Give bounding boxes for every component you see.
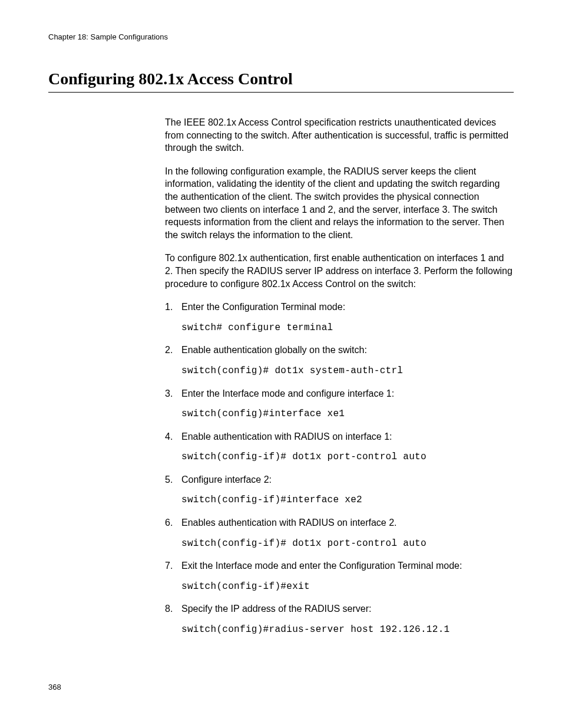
step-number: 2. bbox=[165, 344, 181, 357]
command-line: switch(config)#interface xe1 bbox=[181, 408, 514, 421]
command-line: switch(config)#radius-server host 192.12… bbox=[181, 624, 514, 637]
step-text: Configure interface 2: bbox=[181, 473, 514, 486]
section-title: Configuring 802.1x Access Control bbox=[48, 70, 514, 93]
step-text: Enter the Configuration Terminal mode: bbox=[181, 301, 514, 314]
step-row: 5. Configure interface 2: bbox=[165, 473, 514, 486]
step-row: 4. Enable authentication with RADIUS on … bbox=[165, 430, 514, 443]
step-text: Exit the Interface mode and enter the Co… bbox=[181, 559, 514, 572]
command-line: switch# configure terminal bbox=[181, 322, 514, 335]
step-row: 1. Enter the Configuration Terminal mode… bbox=[165, 301, 514, 314]
step-text: Enable authentication with RADIUS on int… bbox=[181, 430, 514, 443]
step-text: Enable authentication globally on the sw… bbox=[181, 344, 514, 357]
step-number: 5. bbox=[165, 473, 181, 486]
chapter-header: Chapter 18: Sample Configurations bbox=[48, 32, 514, 41]
command-line: switch(config-if)# dot1x port-control au… bbox=[181, 538, 514, 551]
paragraph-3: To configure 802.1x authentication, firs… bbox=[165, 252, 514, 290]
step-row: 6. Enables authentication with RADIUS on… bbox=[165, 516, 514, 529]
step-row: 2. Enable authentication globally on the… bbox=[165, 344, 514, 357]
step-number: 4. bbox=[165, 430, 181, 443]
step-number: 1. bbox=[165, 301, 181, 314]
step-row: 7. Exit the Interface mode and enter the… bbox=[165, 559, 514, 572]
command-line: switch(config-if)#exit bbox=[181, 581, 514, 594]
step-text: Specify the IP address of the RADIUS ser… bbox=[181, 602, 514, 615]
page-container: Chapter 18: Sample Configurations Config… bbox=[0, 0, 562, 728]
page-number: 368 bbox=[48, 683, 61, 691]
step-number: 3. bbox=[165, 387, 181, 400]
step-number: 8. bbox=[165, 602, 181, 615]
step-number: 6. bbox=[165, 516, 181, 529]
step-text: Enables authentication with RADIUS on in… bbox=[181, 516, 514, 529]
step-text: Enter the Interface mode and configure i… bbox=[181, 387, 514, 400]
step-number: 7. bbox=[165, 559, 181, 572]
step-row: 8. Specify the IP address of the RADIUS … bbox=[165, 602, 514, 615]
command-line: switch(config-if)# dot1x port-control au… bbox=[181, 451, 514, 464]
command-line: switch(config)# dot1x system-auth-ctrl bbox=[181, 365, 514, 378]
command-line: switch(config-if)#interface xe2 bbox=[181, 494, 514, 507]
paragraph-1: The IEEE 802.1x Access Control specifica… bbox=[165, 116, 514, 154]
paragraph-2: In the following configuration example, … bbox=[165, 165, 514, 242]
content-block: The IEEE 802.1x Access Control specifica… bbox=[165, 116, 514, 637]
step-row: 3. Enter the Interface mode and configur… bbox=[165, 387, 514, 400]
